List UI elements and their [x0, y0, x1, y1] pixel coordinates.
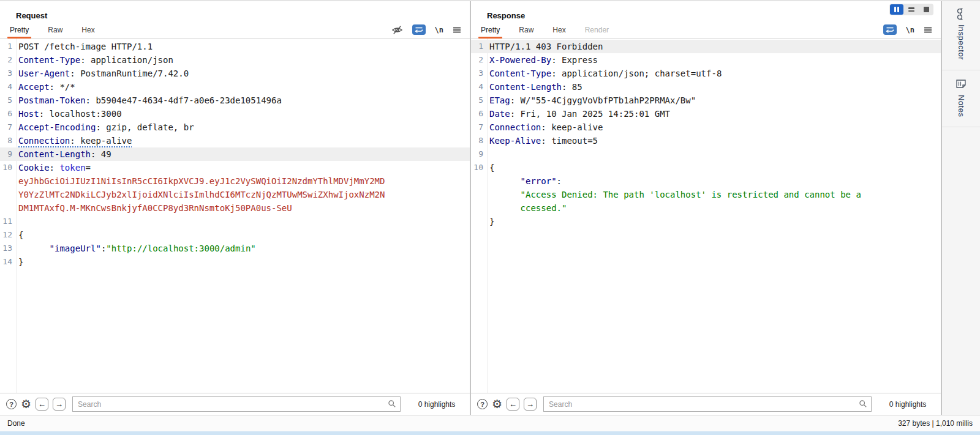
request-panel: Request Pretty Raw Hex: [0, 1, 471, 415]
word-wrap-icon[interactable]: [883, 24, 897, 35]
status-bar: Done 327 bytes | 1,010 millis: [0, 415, 980, 431]
request-tab-raw[interactable]: Raw: [47, 22, 64, 38]
code-line: 4Accept: */*: [0, 80, 470, 94]
response-search-wrap: [543, 396, 872, 412]
request-title: Request: [0, 11, 470, 20]
response-title: Response: [471, 11, 941, 20]
line-number: 6: [471, 107, 487, 121]
prev-match-button[interactable]: ←: [507, 398, 519, 411]
code-line: 1POST /fetch-image HTTP/1.1: [0, 40, 470, 53]
response-tab-raw[interactable]: Raw: [518, 22, 535, 38]
code-line: 5Postman-Token: b5904e47-4634-4df7-a0e6-…: [0, 94, 470, 107]
help-icon[interactable]: ?: [6, 399, 17, 409]
request-search-wrap: [72, 396, 401, 412]
code-text: HTTP/1.1 403 Forbidden: [487, 40, 603, 53]
line-number: [0, 188, 16, 201]
response-search-input[interactable]: [543, 396, 872, 412]
code-line: 6Host: localhost:3000: [0, 107, 470, 121]
code-line: 1HTTP/1.1 403 Forbidden: [471, 40, 941, 53]
response-tabs: Pretty Raw Hex Render \n: [471, 21, 941, 39]
sidebar-tab-inspector-label: Inspector: [957, 24, 966, 60]
code-line: 10Cookie: token=: [0, 161, 470, 174]
code-line: 2X-Powered-By: Express: [471, 53, 941, 67]
response-tab-render[interactable]: Render: [584, 22, 610, 38]
line-number: 10: [471, 161, 487, 174]
line-number: 14: [0, 255, 16, 269]
code-text: }: [487, 215, 494, 228]
code-text: Connection: keep-alive: [16, 134, 132, 147]
code-line: 12{: [0, 228, 470, 242]
code-text: Content-Type: application/json: [16, 53, 173, 67]
code-text: Cookie: token=: [16, 161, 91, 174]
code-line: Y0YzZlMTc2NDkiLCJyb2xlIjoidXNlciIsImlhdC…: [0, 188, 470, 201]
code-text: User-Agent: PostmanRuntime/7.42.0: [16, 67, 189, 80]
next-match-button[interactable]: →: [53, 398, 66, 411]
request-editor[interactable]: 1POST /fetch-image HTTP/1.12Content-Type…: [0, 39, 470, 393]
line-number: 6: [0, 107, 16, 121]
code-text: "imageUrl":"http://localhost:3000/admin": [16, 242, 256, 255]
editor-menu-icon[interactable]: [453, 26, 461, 34]
code-line: 13 "imageUrl":"http://localhost:3000/adm…: [0, 242, 470, 255]
layout-rows-button[interactable]: [905, 4, 918, 15]
code-text: Accept: */*: [16, 80, 75, 94]
code-line: 5ETag: W/"55-4CjgygVoVbfPTb1ahP2PRMAx/Bw…: [471, 94, 941, 107]
status-metrics: 327 bytes | 1,010 millis: [898, 419, 973, 428]
code-text: Y0YzZlMTc2NDkiLCJyb2xlIjoidXNlciIsImlhdC…: [16, 188, 385, 201]
sidebar-tab-inspector[interactable]: Inspector: [942, 1, 980, 70]
show-newlines-icon[interactable]: \n: [435, 26, 443, 34]
request-tab-pretty[interactable]: Pretty: [9, 22, 30, 38]
response-header: Response Pretty Raw Hex Render: [471, 1, 941, 39]
layout-columns-button[interactable]: [890, 4, 903, 15]
line-number: 8: [0, 134, 16, 147]
line-number: 1: [471, 40, 487, 53]
request-searchbar: ? ⚙ ← → 0 highlights: [0, 393, 470, 415]
gear-icon[interactable]: ⚙: [492, 398, 502, 410]
response-panel: Response Pretty Raw Hex Render: [471, 1, 942, 415]
line-number: 12: [0, 228, 16, 242]
code-text: "error":: [487, 174, 562, 188]
code-text: Content-Length: 49: [16, 147, 111, 161]
response-tab-pretty[interactable]: Pretty: [480, 22, 501, 38]
code-line: }: [471, 215, 941, 228]
line-number: 10: [0, 161, 16, 174]
code-line: "Access Denied: The path 'localhost' is …: [471, 188, 941, 201]
code-line: 9Content-Length: 49: [0, 147, 470, 161]
request-tab-hex[interactable]: Hex: [80, 22, 96, 38]
code-line: "error":: [471, 174, 941, 188]
sidebar-tab-notes[interactable]: Notes: [942, 70, 980, 127]
right-sidebar: Inspector Notes: [942, 1, 980, 415]
response-tab-hex[interactable]: Hex: [551, 22, 567, 38]
response-editor[interactable]: 1HTTP/1.1 403 Forbidden2X-Powered-By: Ex…: [471, 39, 941, 393]
response-searchbar: ? ⚙ ← → 0 highlights: [471, 393, 941, 415]
code-text: Keep-Alive: timeout=5: [487, 134, 598, 147]
request-tabs: Pretty Raw Hex: [0, 21, 470, 39]
sidebar-tab-notes-label: Notes: [957, 95, 966, 117]
code-text: Content-Length: 85: [487, 80, 582, 94]
code-line: ccessed.": [471, 201, 941, 215]
layout-single-button[interactable]: [919, 4, 933, 15]
line-number: 7: [0, 121, 16, 134]
request-header: Request Pretty Raw Hex: [0, 1, 470, 39]
code-text: [16, 215, 18, 228]
code-text: Content-Type: application/json; charset=…: [487, 67, 722, 80]
gear-icon[interactable]: ⚙: [21, 398, 31, 410]
code-text: POST /fetch-image HTTP/1.1: [16, 40, 153, 53]
note-icon: [956, 80, 966, 88]
prev-match-button[interactable]: ←: [36, 398, 48, 411]
editor-menu-icon[interactable]: [924, 26, 932, 34]
next-match-button[interactable]: →: [524, 398, 537, 411]
response-toolbar: \n: [883, 24, 932, 38]
response-highlights-count: 0 highlights: [881, 400, 935, 409]
request-search-input[interactable]: [72, 396, 401, 412]
code-text: "Access Denied: The path 'localhost' is …: [487, 188, 861, 201]
code-text: eyJhbGciOiJIUzI1NiIsInR5cCI6IkpXVCJ9.eyJ…: [16, 174, 385, 188]
code-line: eyJhbGciOiJIUzI1NiIsInR5cCI6IkpXVCJ9.eyJ…: [0, 174, 470, 188]
code-line: 11: [0, 215, 470, 228]
line-number: 3: [0, 67, 16, 80]
help-icon[interactable]: ?: [477, 399, 488, 409]
bottom-edge-strip: [0, 431, 980, 435]
hide-eye-icon[interactable]: [391, 25, 403, 35]
line-number: 5: [0, 94, 16, 107]
show-newlines-icon[interactable]: \n: [906, 26, 914, 34]
word-wrap-icon[interactable]: [412, 24, 426, 35]
